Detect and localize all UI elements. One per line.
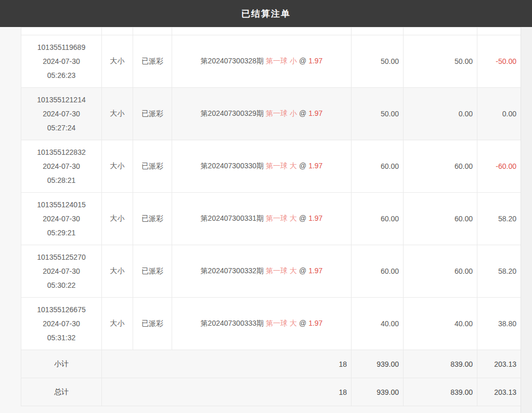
table-row: 101355126675 2024-07-30 05:31:32 大小 已派彩 … bbox=[21, 298, 521, 350]
order-date: 2024-07-30 bbox=[21, 212, 101, 226]
bet-pick: 第一球 大 bbox=[266, 214, 297, 222]
table-row: 101355121214 2024-07-30 05:27:24 大小 已派彩 … bbox=[21, 88, 521, 140]
play-type: 大小 bbox=[102, 140, 133, 193]
order-cell: 101355122832 2024-07-30 05:28:21 bbox=[21, 140, 102, 193]
empty-cell bbox=[477, 28, 521, 35]
table-row: 101355125270 2024-07-30 05:30:22 大小 已派彩 … bbox=[21, 245, 521, 298]
order-id: 101355119689 bbox=[21, 41, 101, 55]
odds: 1.97 bbox=[308, 267, 322, 275]
order-cell: 101355121214 2024-07-30 05:27:24 bbox=[21, 88, 102, 140]
odds: 1.97 bbox=[308, 319, 322, 327]
total-row: 总计 18 939.00 839.00 203.13 bbox=[21, 378, 521, 406]
partial-row-top bbox=[21, 28, 521, 35]
win-loss: 58.20 bbox=[477, 193, 521, 245]
bet-detail: 第202407300333期第一球 大@1.97 bbox=[172, 298, 352, 350]
bet-pick: 第一球 大 bbox=[266, 267, 297, 275]
bet-detail: 第202407300329期第一球 小@1.97 bbox=[172, 88, 352, 140]
at-symbol: @ bbox=[299, 162, 306, 170]
bet-detail: 第202407300330期第一球 大@1.97 bbox=[172, 140, 352, 193]
play-type: 大小 bbox=[102, 298, 133, 350]
total-result: 203.13 bbox=[477, 378, 521, 406]
subtotal-amount: 939.00 bbox=[352, 350, 404, 378]
valid-amount: 40.00 bbox=[404, 298, 477, 350]
subtotal-label: 小计 bbox=[21, 350, 102, 378]
odds: 1.97 bbox=[308, 214, 322, 222]
period: 第202407300328期 bbox=[201, 57, 264, 65]
bet-pick: 第一球 大 bbox=[266, 319, 297, 327]
order-id: 101355121214 bbox=[21, 93, 101, 107]
play-type: 大小 bbox=[102, 245, 133, 298]
page-title: 已结算注单 bbox=[241, 8, 291, 20]
win-loss: -60.00 bbox=[477, 140, 521, 193]
order-id: 101355125270 bbox=[21, 250, 101, 264]
period: 第202407300333期 bbox=[201, 319, 264, 327]
win-loss: -50.00 bbox=[477, 35, 521, 88]
subtotal-count: 18 bbox=[102, 350, 352, 378]
status: 已派彩 bbox=[133, 88, 172, 140]
bet-amount: 60.00 bbox=[352, 193, 404, 245]
period: 第202407300329期 bbox=[201, 109, 264, 117]
at-symbol: @ bbox=[299, 109, 306, 117]
settled-bets-table: 101355119689 2024-07-30 05:26:23 大小 已派彩 … bbox=[21, 27, 521, 406]
subtotal-valid: 839.00 bbox=[404, 350, 477, 378]
total-label: 总计 bbox=[21, 378, 102, 406]
table-row: 101355122832 2024-07-30 05:28:21 大小 已派彩 … bbox=[21, 140, 521, 193]
order-cell: 101355119689 2024-07-30 05:26:23 bbox=[21, 35, 102, 88]
title-bar: 已结算注单 bbox=[0, 0, 532, 27]
at-symbol: @ bbox=[299, 214, 306, 222]
at-symbol: @ bbox=[299, 319, 306, 327]
order-time: 05:27:24 bbox=[21, 121, 101, 135]
order-time: 05:31:32 bbox=[21, 331, 101, 345]
order-id: 101355124015 bbox=[21, 198, 101, 212]
play-type: 大小 bbox=[102, 35, 133, 88]
at-symbol: @ bbox=[299, 57, 306, 65]
win-loss: 38.80 bbox=[477, 298, 521, 350]
odds: 1.97 bbox=[308, 57, 322, 65]
subtotal-row: 小计 18 939.00 839.00 203.13 bbox=[21, 350, 521, 378]
bet-detail: 第202407300328期第一球 小@1.97 bbox=[172, 35, 352, 88]
bet-amount: 40.00 bbox=[352, 298, 404, 350]
odds: 1.97 bbox=[308, 162, 322, 170]
order-id: 101355122832 bbox=[21, 145, 101, 159]
period: 第202407300332期 bbox=[201, 267, 264, 275]
status: 已派彩 bbox=[133, 298, 172, 350]
order-cell: 101355126675 2024-07-30 05:31:32 bbox=[21, 298, 102, 350]
empty-cell bbox=[133, 28, 172, 35]
order-time: 05:30:22 bbox=[21, 278, 101, 292]
valid-amount: 60.00 bbox=[404, 245, 477, 298]
odds: 1.97 bbox=[308, 109, 322, 117]
order-date: 2024-07-30 bbox=[21, 317, 101, 331]
empty-cell bbox=[172, 28, 352, 35]
order-time: 05:26:23 bbox=[21, 69, 101, 83]
bet-amount: 60.00 bbox=[352, 140, 404, 193]
empty-cell bbox=[352, 28, 404, 35]
play-type: 大小 bbox=[102, 88, 133, 140]
win-loss: 0.00 bbox=[477, 88, 521, 140]
status: 已派彩 bbox=[133, 245, 172, 298]
table-row: 101355119689 2024-07-30 05:26:23 大小 已派彩 … bbox=[21, 35, 521, 88]
total-amount: 939.00 bbox=[352, 378, 404, 406]
bet-pick: 第一球 大 bbox=[266, 162, 297, 170]
status: 已派彩 bbox=[133, 140, 172, 193]
order-cell: 101355124015 2024-07-30 05:29:21 bbox=[21, 193, 102, 245]
scrollbar-track[interactable] bbox=[521, 27, 532, 413]
order-date: 2024-07-30 bbox=[21, 264, 101, 278]
total-valid: 839.00 bbox=[404, 378, 477, 406]
order-date: 2024-07-30 bbox=[21, 107, 101, 121]
subtotal-result: 203.13 bbox=[477, 350, 521, 378]
bet-pick: 第一球 小 bbox=[266, 57, 297, 65]
order-time: 05:28:21 bbox=[21, 174, 101, 188]
valid-amount: 60.00 bbox=[404, 193, 477, 245]
order-date: 2024-07-30 bbox=[21, 159, 101, 174]
valid-amount: 60.00 bbox=[404, 140, 477, 193]
win-loss: 58.20 bbox=[477, 245, 521, 298]
empty-cell bbox=[102, 28, 133, 35]
valid-amount: 0.00 bbox=[404, 88, 477, 140]
bet-amount: 50.00 bbox=[352, 88, 404, 140]
total-count: 18 bbox=[102, 378, 352, 406]
at-symbol: @ bbox=[299, 267, 306, 275]
empty-cell bbox=[404, 28, 477, 35]
table-row: 101355124015 2024-07-30 05:29:21 大小 已派彩 … bbox=[21, 193, 521, 245]
bet-pick: 第一球 小 bbox=[266, 109, 297, 117]
order-cell: 101355125270 2024-07-30 05:30:22 bbox=[21, 245, 102, 298]
